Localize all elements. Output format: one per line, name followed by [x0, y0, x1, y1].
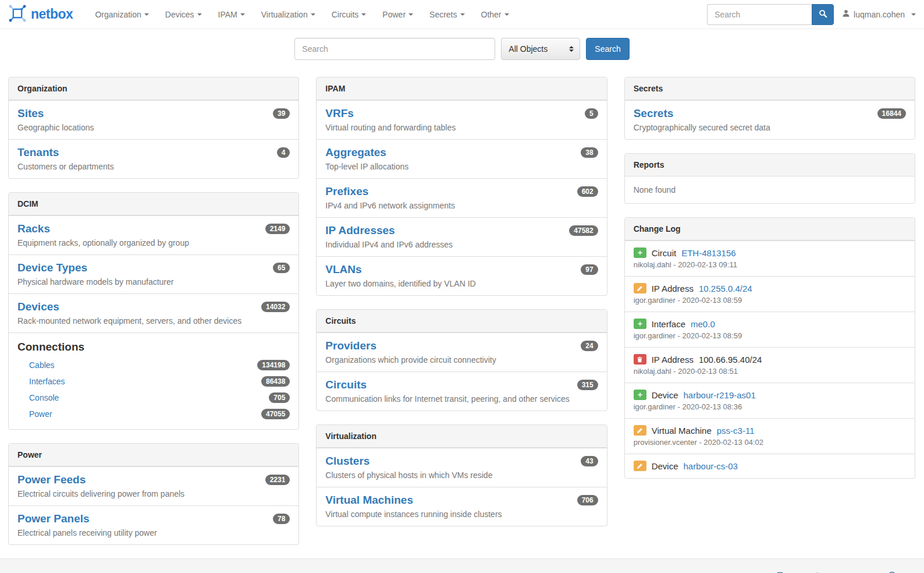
menu-devices[interactable]: Devices	[157, 1, 210, 28]
item-description: Organizations which provide circuit conn…	[325, 355, 598, 365]
connection-row: Power 47055	[17, 406, 290, 422]
link-device-types[interactable]: Device Types	[17, 261, 87, 274]
panel-title: Circuits	[317, 310, 606, 333]
list-item: Aggregates 38 Top-level IP allocations	[317, 139, 606, 178]
changelog-object-link[interactable]: harbour-r219-as01	[684, 390, 756, 400]
count-badge: 16844	[877, 108, 906, 119]
panel-dcim: DCIM Racks 2149 Equipment racks, optiona…	[8, 192, 299, 430]
changelog-object-link[interactable]: 10.255.0.4/24	[699, 284, 752, 293]
list-item: Prefixes 602 IPv4 and IPv6 network assig…	[317, 178, 606, 217]
brand-title: netbox	[31, 6, 73, 22]
changelog-object-link[interactable]: ETH-4813156	[681, 248, 735, 258]
link-prefixes[interactable]: Prefixes	[325, 185, 368, 198]
link-aggregates[interactable]: Aggregates	[325, 146, 386, 159]
changelog-meta: igor.gardiner - 2020-02-13 08:36	[634, 402, 906, 411]
item-description: Top-level IP allocations	[325, 162, 598, 171]
link-circuits[interactable]: Circuits	[325, 379, 367, 391]
panel-secrets: Secrets Secrets 16844 Cryptographically …	[624, 77, 915, 140]
link-providers[interactable]: Providers	[325, 339, 376, 352]
link-power-feeds[interactable]: Power Feeds	[17, 473, 86, 486]
search-submit-button[interactable]: Search	[586, 38, 629, 60]
navbar-search-button[interactable]	[812, 4, 834, 25]
panel-circuits: Circuits Providers 24 Organizations whic…	[316, 309, 607, 411]
link-devices[interactable]: Devices	[17, 300, 59, 313]
link-vrfs[interactable]: VRFs	[325, 107, 354, 120]
navbar-right: luqman.cohen	[707, 4, 916, 25]
menu-label: Secrets	[429, 10, 457, 19]
count-badge: 38	[581, 147, 598, 158]
changelog-entry: Interface me0.0 igor.gardiner - 2020-02-…	[625, 312, 915, 347]
link-vlans[interactable]: VLANs	[325, 263, 361, 276]
link-virtual-machines[interactable]: Virtual Machines	[325, 494, 413, 507]
count-badge: 4	[277, 147, 290, 158]
changelog-object-type: Device	[652, 461, 678, 471]
item-description: Individual IPv4 and IPv6 addresses	[325, 240, 598, 249]
link-power-panels[interactable]: Power Panels	[17, 512, 90, 525]
connection-row: Interfaces 86438	[17, 373, 290, 390]
link-cables[interactable]: Cables	[29, 360, 55, 370]
menu-circuits[interactable]: Circuits	[324, 1, 375, 28]
changelog-object-type: Virtual Machine	[652, 426, 712, 436]
menu-other[interactable]: Other	[473, 1, 517, 28]
count-badge: 47582	[569, 225, 598, 236]
username: luqman.cohen	[854, 10, 905, 19]
changelog-meta: igor.gardiner - 2020-02-13 08:59	[634, 331, 906, 340]
user-icon	[842, 9, 850, 19]
panel-title: Change Log	[625, 218, 915, 240]
panel-reports: Reports None found	[624, 153, 915, 204]
navbar-search-input[interactable]	[707, 4, 812, 25]
item-description: Electrical panels receiving utility powe…	[17, 528, 290, 537]
create-icon	[634, 390, 646, 400]
menu-label: Devices	[165, 10, 194, 19]
connections-heading: Connections	[17, 341, 290, 353]
column-right: Secrets Secrets 16844 Cryptographically …	[624, 77, 915, 492]
list-item: Secrets 16844 Cryptographically secured …	[625, 100, 915, 139]
menu-label: Other	[481, 10, 502, 19]
panel-organization: Organization Sites 39 Geographic locatio…	[8, 77, 299, 179]
changelog-object-type: Circuit	[652, 248, 677, 258]
link-ip-addresses[interactable]: IP Addresses	[325, 224, 395, 237]
list-item: Devices 14032 Rack-mounted network equip…	[9, 293, 298, 333]
count-badge: 65	[273, 263, 290, 273]
menu-ipam[interactable]: IPAM	[210, 1, 253, 28]
page: netbox Organization Devices IPAM Virtual…	[0, 0, 924, 573]
footer: netbox.example.lan (v2.7.7) 2020-02-13 0…	[0, 558, 924, 573]
global-search-bar: All Objects Search	[0, 29, 924, 69]
changelog-entry: Circuit ETH-4813156 nikolaj.dahl - 2020-…	[625, 240, 915, 276]
link-clusters[interactable]: Clusters	[325, 455, 369, 468]
link-tenants[interactable]: Tenants	[17, 146, 59, 159]
changelog-entry: Device harbour-cs-03	[625, 454, 915, 478]
panel-title: Reports	[625, 154, 915, 176]
panel-title: Virtualization	[317, 425, 606, 448]
item-description: Clusters of physical hosts in which VMs …	[325, 471, 598, 480]
link-power-connections[interactable]: Power	[29, 409, 52, 419]
list-item: Providers 24 Organizations which provide…	[317, 333, 606, 372]
count-badge: 5	[585, 108, 598, 119]
changelog-object-link[interactable]: pss-c3-11	[717, 426, 755, 436]
changelog-meta: nikolaj.dahl - 2020-02-13 08:51	[634, 367, 906, 376]
list-item: Virtual Machines 706 Virtual compute ins…	[317, 487, 606, 526]
connections-section: Connections Cables 134198 Interfaces 864…	[9, 333, 298, 429]
menu-secrets[interactable]: Secrets	[421, 1, 472, 28]
count-badge: 86438	[261, 376, 290, 387]
changelog-object-link[interactable]: harbour-cs-03	[684, 461, 738, 471]
count-badge: 47055	[261, 409, 290, 419]
link-racks[interactable]: Racks	[17, 222, 50, 235]
search-scope-select[interactable]: All Objects	[501, 38, 580, 60]
chevron-down-icon	[361, 13, 366, 16]
changelog-object-link[interactable]: me0.0	[691, 319, 715, 329]
count-badge: 706	[577, 495, 598, 505]
link-secrets[interactable]: Secrets	[634, 107, 674, 120]
search-input[interactable]	[294, 38, 495, 60]
brand-link[interactable]: netbox	[8, 4, 73, 24]
create-icon	[634, 319, 646, 329]
user-menu[interactable]: luqman.cohen	[842, 9, 916, 19]
link-interfaces[interactable]: Interfaces	[29, 377, 65, 386]
menu-organization[interactable]: Organization	[87, 1, 157, 28]
link-console[interactable]: Console	[29, 393, 59, 402]
chevron-down-icon	[460, 13, 465, 16]
chevron-down-icon	[240, 13, 245, 16]
link-sites[interactable]: Sites	[17, 107, 44, 120]
menu-virtualization[interactable]: Virtualization	[253, 1, 324, 28]
menu-power[interactable]: Power	[374, 1, 421, 28]
